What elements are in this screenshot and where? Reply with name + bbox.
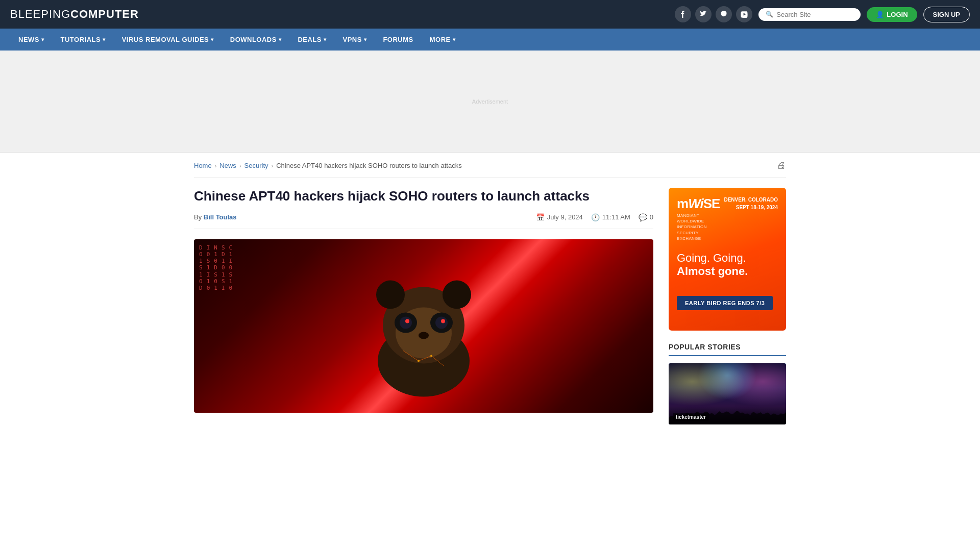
article-layout: Chinese APT40 hackers hijack SOHO router…	[194, 178, 786, 435]
svg-point-15	[418, 360, 420, 362]
login-button[interactable]: 👤 LOGIN	[867, 7, 917, 22]
search-input[interactable]	[776, 11, 853, 18]
site-logo[interactable]: BLEEPINGCOMPUTER	[10, 8, 139, 21]
nav-tutorials[interactable]: TUTORIALS ▾	[53, 29, 114, 51]
svg-point-16	[430, 355, 432, 357]
chevron-down-icon: ▾	[324, 37, 327, 42]
breadcrumb: Home › News › Security › Chinese APT40 h…	[194, 153, 786, 178]
signup-button[interactable]: SIGN UP	[923, 7, 970, 22]
nav-vpns[interactable]: VPNS ▾	[335, 29, 375, 51]
chevron-down-icon: ▾	[103, 37, 106, 42]
twitter-icon[interactable]	[695, 6, 712, 22]
popular-stories-title: POPULAR STORIES	[669, 343, 786, 356]
breadcrumb-sep-3: ›	[272, 163, 274, 169]
main-container: Home › News › Security › Chinese APT40 h…	[184, 153, 796, 435]
user-icon: 👤	[876, 11, 884, 18]
comment-icon: 💬	[639, 213, 647, 221]
nav-more[interactable]: MORE ▾	[422, 29, 464, 51]
early-bird-button[interactable]: EARLY BIRD REG ENDS 7/3	[677, 296, 773, 310]
svg-point-4	[443, 280, 471, 309]
article-main: Chinese APT40 hackers hijack SOHO router…	[194, 188, 653, 424]
sidebar-advertisement[interactable]: mWiSE MANDIANT WORLDWIDEINFORMATION SECU…	[669, 188, 786, 331]
article-author: By Bill Toulas	[194, 213, 237, 221]
facebook-icon[interactable]	[675, 6, 691, 22]
breadcrumb-news[interactable]: News	[219, 162, 236, 169]
login-label: LOGIN	[887, 11, 908, 18]
article-comments[interactable]: 💬 0	[639, 213, 653, 221]
svg-point-10	[441, 319, 445, 323]
popular-story-image[interactable]: ticketmaster	[669, 363, 786, 424]
article-time: 🕐 11:11 AM	[591, 213, 630, 221]
author-link[interactable]: Bill Toulas	[204, 213, 237, 221]
panda-illustration	[352, 248, 495, 403]
ad-banner: Advertisement	[0, 51, 980, 153]
ad-location: DENVER, COLORADO SEPT 18-19, 2024	[722, 196, 778, 211]
logo-bold: COMPUTER	[70, 8, 139, 20]
calendar-icon: 📅	[536, 213, 545, 221]
chevron-down-icon: ▾	[364, 37, 367, 42]
ticketmaster-badge: ticketmaster	[673, 413, 709, 421]
article-meta: By Bill Toulas 📅 July 9, 2024 🕐 11:11 AM…	[194, 213, 653, 229]
mwise-brand: MANDIANT WORLDWIDEINFORMATION SECURITY E…	[677, 213, 722, 241]
search-box: 🔍	[758, 8, 861, 21]
clock-icon: 🕐	[591, 213, 600, 221]
meta-right: 📅 July 9, 2024 🕐 11:11 AM 💬 0	[536, 213, 653, 221]
article-date: 📅 July 9, 2024	[536, 213, 583, 221]
breadcrumb-print[interactable]: 🖨	[777, 160, 786, 171]
chevron-down-icon: ▾	[453, 37, 456, 42]
search-icon: 🔍	[766, 11, 773, 18]
nav-downloads[interactable]: DOWNLOADS ▾	[222, 29, 290, 51]
nav-news[interactable]: NEWS ▾	[10, 29, 53, 51]
ad-tagline-1: Going. Going.	[677, 252, 778, 265]
article-hero-image: D01S10D I0S1I10 N10DS01 SD101SI C1I0S10	[194, 239, 653, 413]
mastodon-icon[interactable]	[716, 6, 732, 22]
social-icons-group	[675, 6, 752, 22]
chevron-down-icon: ▾	[279, 37, 282, 42]
youtube-icon[interactable]	[736, 6, 752, 22]
svg-point-3	[376, 280, 405, 309]
site-header: BLEEPINGCOMPUTER 🔍 👤 LOGIN SIGN UP	[0, 0, 980, 29]
article-sidebar: mWiSE MANDIANT WORLDWIDEINFORMATION SECU…	[669, 188, 786, 424]
chevron-down-icon: ▾	[211, 37, 214, 42]
header-right: 🔍 👤 LOGIN SIGN UP	[675, 6, 970, 22]
article-title: Chinese APT40 hackers hijack SOHO router…	[194, 188, 653, 205]
logo-light: BLEEPING	[10, 8, 70, 20]
mwise-logo: mWiSE	[677, 196, 722, 212]
breadcrumb-sep-2: ›	[239, 163, 241, 169]
svg-point-9	[435, 316, 448, 329]
breadcrumb-sep-1: ›	[215, 163, 217, 169]
nav-virus-removal[interactable]: VIRUS REMOVAL GUIDES ▾	[114, 29, 222, 51]
svg-point-11	[419, 332, 429, 339]
breadcrumb-security[interactable]: Security	[244, 162, 268, 169]
print-icon[interactable]: 🖨	[777, 160, 786, 170]
chevron-down-icon: ▾	[41, 37, 44, 42]
main-nav: NEWS ▾ TUTORIALS ▾ VIRUS REMOVAL GUIDES …	[0, 29, 980, 51]
svg-point-7	[400, 316, 412, 329]
nav-forums[interactable]: FORUMS	[375, 29, 421, 51]
popular-stories-section: POPULAR STORIES ticketmaster	[669, 343, 786, 424]
svg-point-8	[405, 319, 409, 323]
nav-deals[interactable]: DEALS ▾	[289, 29, 334, 51]
breadcrumb-current: Chinese APT40 hackers hijack SOHO router…	[276, 162, 461, 169]
ad-tagline-2: Almost gone.	[677, 265, 778, 278]
breadcrumb-home[interactable]: Home	[194, 162, 212, 169]
